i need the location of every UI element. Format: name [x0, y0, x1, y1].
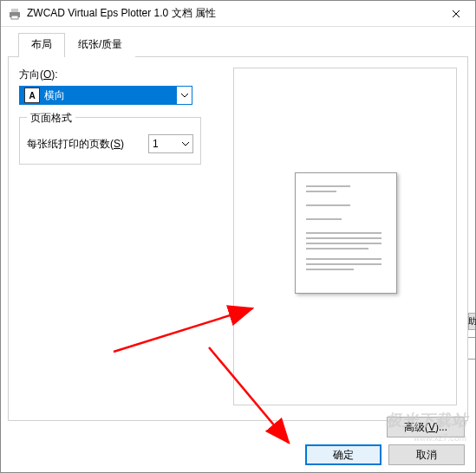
- window-title: ZWCAD Virtual Eps Plotter 1.0 文档 属性: [27, 6, 439, 21]
- dialog-window: ZWCAD Virtual Eps Plotter 1.0 文档 属性 布局 纸…: [0, 0, 476, 473]
- orientation-select[interactable]: A 横向: [19, 86, 192, 105]
- close-button[interactable]: [439, 2, 473, 26]
- background-line: [468, 359, 475, 360]
- left-column: 方向(O): A 横向 页面格式 每张纸打印的页数(S) 1: [19, 68, 218, 165]
- printer-icon: [8, 7, 22, 21]
- preview-area: [233, 68, 457, 405]
- titlebar: ZWCAD Virtual Eps Plotter 1.0 文档 属性: [1, 1, 475, 27]
- page-preview: [295, 172, 397, 294]
- watermark-url: www.xz7.com: [414, 433, 466, 443]
- tab-strip: 布局 纸张/质量: [8, 27, 468, 57]
- watermark-brand: 极光下载站: [386, 410, 468, 431]
- pages-per-sheet-value: 1: [153, 138, 159, 150]
- pages-per-sheet-select[interactable]: 1: [148, 134, 193, 153]
- ok-button[interactable]: 确定: [305, 444, 381, 465]
- background-line: [468, 337, 475, 338]
- orientation-value: 横向: [44, 88, 176, 103]
- tab-layout[interactable]: 布局: [18, 33, 65, 57]
- background-button-fragment: 助: [468, 313, 475, 330]
- orientation-a-icon: A: [24, 87, 40, 103]
- pages-per-sheet-label: 每张纸打印的页数(S): [27, 137, 148, 152]
- chevron-down-icon: [182, 142, 189, 146]
- page-format-fieldset: 页面格式 每张纸打印的页数(S) 1: [19, 117, 201, 165]
- orientation-label: 方向(O):: [19, 68, 218, 82]
- tab-panel-layout: 方向(O): A 横向 页面格式 每张纸打印的页数(S) 1: [8, 57, 468, 421]
- tab-paper-quality[interactable]: 纸张/质量: [65, 33, 135, 57]
- svg-rect-2: [11, 16, 18, 19]
- close-icon: [452, 10, 460, 18]
- page-format-legend: 页面格式: [27, 111, 75, 126]
- cancel-button[interactable]: 取消: [388, 444, 465, 465]
- footer-buttons: 确定 取消: [305, 444, 465, 465]
- chevron-down-icon: [176, 87, 192, 104]
- svg-rect-1: [11, 9, 18, 12]
